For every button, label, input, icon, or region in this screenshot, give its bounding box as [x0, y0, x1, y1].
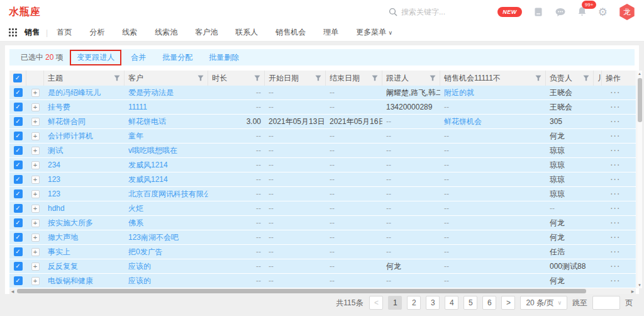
subject-cell[interactable]: 反反复复: [44, 259, 125, 273]
expand-row-button[interactable]: +: [31, 248, 40, 256]
scroll-up-icon[interactable]: ▲: [638, 71, 641, 77]
customer-cell-text[interactable]: 把0发广告: [128, 247, 163, 257]
notebook-icon[interactable]: [533, 7, 543, 17]
customer-cell[interactable]: 应该的: [125, 274, 208, 288]
subject-cell-text[interactable]: 鲜花饼合同: [48, 116, 86, 127]
customer-cell[interactable]: 火炬: [125, 201, 208, 215]
app-grid-icon[interactable]: [9, 28, 17, 37]
nav-item-3[interactable]: 线索池: [155, 27, 177, 38]
opportunity-cell[interactable]: 附近的就: [440, 86, 546, 99]
more-actions-icon[interactable]: ···: [611, 176, 621, 183]
subject-cell[interactable]: 测试: [44, 144, 125, 157]
row-checkbox[interactable]: ✓: [14, 132, 23, 140]
prev-page-button[interactable]: <: [369, 296, 383, 310]
subject-cell-text[interactable]: 123: [48, 175, 60, 184]
expand-row-button[interactable]: +: [31, 176, 40, 184]
filter-icon[interactable]: [583, 75, 589, 81]
subject-cell-text[interactable]: hdhd: [48, 204, 65, 213]
row-checkbox[interactable]: ✓: [14, 103, 23, 111]
row-actions-cell[interactable]: ···: [602, 274, 630, 288]
customer-cell[interactable]: 把0发广告: [125, 245, 208, 259]
customer-cell[interactable]: 11111: [125, 100, 208, 114]
subject-cell[interactable]: 123: [44, 187, 125, 201]
more-actions-icon[interactable]: ···: [611, 220, 621, 227]
subject-cell[interactable]: 事实上: [44, 245, 125, 259]
subject-cell[interactable]: 挂号费: [44, 100, 125, 114]
customer-cell-text[interactable]: 火炬: [128, 203, 143, 214]
customer-cell[interactable]: 发威风1214: [125, 172, 208, 186]
page-size-select[interactable]: 20 条/页 ∨: [520, 296, 567, 310]
bulk-action-button[interactable]: 变更跟进人: [70, 50, 121, 65]
subject-cell[interactable]: 鲜花饼合同: [44, 115, 125, 128]
customer-cell-text[interactable]: 发威风1214: [128, 160, 168, 171]
filter-icon[interactable]: [254, 75, 260, 81]
horizontal-scrollbar[interactable]: ◀ ▶: [9, 288, 636, 294]
expand-row-button[interactable]: +: [31, 161, 40, 169]
customer-cell-text[interactable]: 发威风1214: [128, 174, 168, 185]
page-button-4[interactable]: 4: [445, 296, 458, 310]
row-actions-cell[interactable]: ···: [602, 129, 630, 143]
row-checkbox[interactable]: ✓: [14, 233, 23, 242]
row-checkbox[interactable]: ✓: [14, 175, 23, 184]
row-checkbox[interactable]: ✓: [14, 117, 23, 126]
nav-item-1[interactable]: 分析: [89, 27, 104, 38]
customer-cell[interactable]: 爱是劳动法是: [125, 86, 208, 99]
filter-icon[interactable]: [197, 75, 204, 81]
filter-icon[interactable]: [315, 75, 321, 81]
customer-cell-text[interactable]: 童年: [128, 131, 143, 142]
subject-cell-text[interactable]: 是的冯绍峰玩儿: [48, 87, 101, 98]
row-actions-cell[interactable]: ···: [602, 115, 630, 128]
subject-cell-text[interactable]: 挂号费: [48, 102, 70, 113]
opportunity-cell[interactable]: 鲜花饼机会: [440, 115, 546, 128]
subject-cell[interactable]: 是的冯绍峰玩儿: [44, 86, 125, 99]
row-actions-cell[interactable]: ···: [602, 86, 630, 99]
vertical-scrollbar[interactable]: ▲ ▼: [636, 71, 642, 288]
customer-cell[interactable]: 北京百度网讯科技有限公司: [125, 187, 208, 201]
notifications[interactable]: 99+: [577, 6, 587, 18]
customer-cell[interactable]: v哦吃哦想哦在: [125, 144, 208, 157]
scroll-right-icon[interactable]: ▶: [630, 289, 636, 293]
more-actions-icon[interactable]: ···: [611, 118, 621, 125]
page-button-6[interactable]: 6: [482, 296, 496, 310]
subject-cell[interactable]: hdhd: [44, 201, 125, 215]
expand-row-button[interactable]: +: [31, 219, 40, 227]
customer-cell[interactable]: 应该的: [125, 259, 208, 273]
filter-icon[interactable]: [430, 75, 436, 81]
expand-row-button[interactable]: +: [31, 262, 40, 271]
nav-item-7[interactable]: 理单: [323, 27, 338, 38]
row-actions-cell[interactable]: ···: [602, 158, 630, 172]
page-button-3[interactable]: 3: [426, 296, 440, 310]
row-checkbox[interactable]: ✓: [14, 161, 23, 169]
more-actions-icon[interactable]: ···: [611, 278, 621, 285]
row-actions-cell[interactable]: ···: [602, 187, 630, 201]
more-actions-icon[interactable]: ···: [611, 89, 621, 96]
more-actions-icon[interactable]: ···: [611, 191, 621, 198]
scroll-down-icon[interactable]: ▼: [638, 282, 641, 288]
more-actions-icon[interactable]: ···: [611, 234, 621, 241]
row-checkbox[interactable]: ✓: [14, 218, 23, 227]
subject-cell[interactable]: 123: [44, 172, 125, 186]
nav-more-menu[interactable]: 更多菜单 ∨: [356, 27, 392, 38]
subject-cell[interactable]: 撒大声地: [44, 230, 125, 244]
nav-item-4[interactable]: 客户池: [195, 27, 218, 38]
row-actions-cell[interactable]: ···: [602, 230, 630, 244]
customer-cell[interactable]: 123南湖不会吧: [125, 230, 208, 244]
row-checkbox[interactable]: ✓: [14, 189, 23, 198]
expand-row-button[interactable]: +: [31, 147, 40, 155]
row-checkbox[interactable]: ✓: [14, 146, 23, 155]
nav-item-2[interactable]: 线索: [122, 27, 137, 38]
customer-cell-text[interactable]: 北京百度网讯科技有限公司: [128, 189, 208, 200]
customer-cell-text[interactable]: 123南湖不会吧: [128, 232, 179, 243]
subject-cell-text[interactable]: 会计师计算机: [48, 131, 93, 142]
customer-cell-text[interactable]: 爱是劳动法是: [128, 87, 174, 98]
customer-cell-text[interactable]: 应该的: [128, 276, 151, 286]
customer-cell[interactable]: 佛系: [125, 216, 208, 230]
row-checkbox[interactable]: ✓: [14, 262, 23, 271]
subject-cell-text[interactable]: 234: [48, 161, 60, 169]
filter-icon[interactable]: [372, 75, 378, 81]
row-actions-cell[interactable]: ···: [602, 245, 630, 259]
subject-cell[interactable]: 会计师计算机: [44, 129, 125, 143]
page-button-2[interactable]: 2: [407, 296, 421, 310]
chat-icon[interactable]: [555, 8, 566, 17]
subject-cell-text[interactable]: 123: [48, 189, 60, 198]
